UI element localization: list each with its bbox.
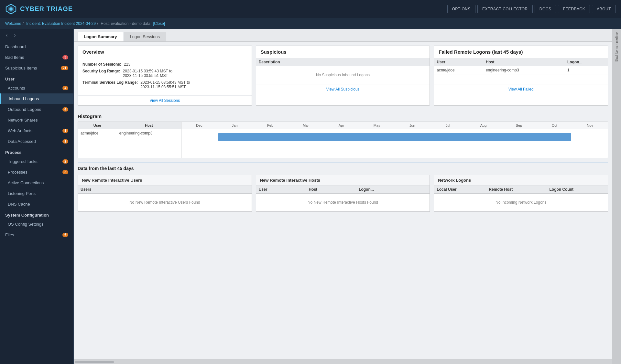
- scroll-thumb[interactable]: [75, 361, 114, 363]
- new-hosts-col-user: User: [256, 186, 306, 194]
- new-hosts-title: New Remote Interactive Hosts: [256, 175, 430, 186]
- failed-remote-table: User Host Logon... acme/jdoe engineering…: [434, 58, 608, 74]
- month-mar: Mar: [288, 122, 323, 129]
- sidebar-item-triggered-tasks[interactable]: Triggered Tasks 2: [0, 156, 73, 167]
- data45-section: Data from the last 45 days New Remote In…: [78, 163, 608, 212]
- right-panel-label[interactable]: Bad Items timeline: [613, 29, 620, 65]
- table-row: [78, 137, 181, 145]
- network-logons-card: Network Logons Local User Remote Host Lo…: [434, 175, 608, 212]
- docs-button[interactable]: DOCS: [535, 5, 556, 13]
- sidebar-item-dashboard[interactable]: Dashboard: [0, 41, 73, 52]
- sidebar-item-inbound-logons[interactable]: Inbound Logons: [0, 93, 73, 104]
- tab-logon-sessions[interactable]: Logon Sessions: [124, 32, 166, 41]
- sidebar-item-bad-items[interactable]: Bad Items 3: [0, 52, 73, 63]
- month-sep: Sep: [501, 122, 537, 129]
- failed-col-logon: Logon...: [565, 58, 608, 66]
- sidebar-item-suspicious-items[interactable]: Suspicious Items 21: [0, 63, 73, 73]
- sidebar-item-active-connections[interactable]: Active Connections: [0, 177, 73, 188]
- histogram-left-table: User Host acme/jdoe engineering-comp3: [78, 122, 181, 153]
- sidebar-system-config-section: System Configuration: [0, 209, 73, 219]
- data45-cards: New Remote Interactive Users Users No Ne…: [78, 175, 608, 212]
- histogram-container: User Host acme/jdoe engineering-comp3: [78, 122, 608, 158]
- breadcrumb-host: Host: evaluation - demo data: [101, 21, 150, 26]
- suspicious-items-badge: 21: [61, 66, 68, 70]
- view-all-sessions-link[interactable]: View All Sessions: [78, 95, 252, 105]
- table-row: [78, 145, 181, 153]
- suspicious-table: Description No Suspicious Inbound Logons: [256, 58, 430, 84]
- view-all-failed-link[interactable]: View All Failed: [434, 84, 608, 94]
- breadcrumb-close[interactable]: [Close]: [153, 21, 165, 26]
- nav-buttons: ‹ ›: [0, 29, 73, 41]
- options-button[interactable]: OPTIONS: [447, 5, 476, 13]
- data-accessed-badge: 1: [62, 139, 68, 144]
- hist-row-user: acme/jdoe: [78, 129, 117, 137]
- data45-title: Data from the last 45 days: [78, 163, 608, 172]
- hist-col-user: User: [78, 122, 117, 129]
- network-logons-table: Local User Remote Host Logon Count No In…: [434, 186, 608, 211]
- forward-button[interactable]: ›: [12, 32, 17, 39]
- sidebar-item-accounts[interactable]: Accounts 4: [0, 83, 73, 93]
- failed-row-logon: 1: [565, 66, 608, 74]
- feedback-button[interactable]: FEEDBACK: [558, 5, 590, 13]
- back-button[interactable]: ‹: [4, 32, 9, 39]
- month-apr: Apr: [323, 122, 359, 129]
- suspicious-no-data: No Suspicious Inbound Logons: [256, 66, 430, 84]
- security-log-row: Security Log Range: 2023-01-15 03:59:43 …: [82, 69, 247, 78]
- content-scroll: Overview Number of Sessions: 223 Securit…: [74, 42, 612, 359]
- table-row[interactable]: acme/jdoe engineering-comp3 1: [434, 66, 608, 74]
- sidebar: ‹ › Dashboard Bad Items 3 Suspicious Ite…: [0, 29, 74, 364]
- view-all-suspicious-link[interactable]: View All Suspicious: [256, 84, 430, 94]
- histogram-inner: User Host acme/jdoe engineering-comp3: [78, 122, 608, 158]
- breadcrumb: Welcome / Incident: Evaluation Incident …: [0, 18, 621, 29]
- main-layout: ‹ › Dashboard Bad Items 3 Suspicious Ite…: [0, 29, 621, 364]
- hist-col-host: Host: [117, 122, 181, 129]
- histogram-right: Dec Jan Feb Mar Apr May Jun Jul Aug Sep: [181, 122, 608, 158]
- netlogon-col-logon-count: Logon Count: [547, 186, 608, 194]
- failed-remote-table-wrap: User Host Logon... acme/jdoe engineering…: [434, 58, 608, 84]
- sidebar-user-section: User: [0, 73, 73, 83]
- tab-logon-summary[interactable]: Logon Summary: [78, 32, 123, 41]
- breadcrumb-welcome[interactable]: Welcome: [5, 21, 21, 26]
- content-area: Logon Summary Logon Sessions Overview Nu…: [74, 29, 612, 364]
- sidebar-item-dns-cache[interactable]: DNS Cache: [0, 199, 73, 209]
- sidebar-item-processes[interactable]: Processes 3: [0, 167, 73, 177]
- app-logo: CYBER TRIAGE: [5, 3, 447, 15]
- month-dec: Dec: [181, 122, 217, 129]
- suspicious-title: Suspicious: [256, 46, 430, 58]
- app-name: CYBER TRIAGE: [20, 5, 73, 13]
- processes-badge: 3: [62, 170, 68, 174]
- month-feb: Feb: [253, 122, 288, 129]
- sidebar-item-web-artifacts[interactable]: Web Artifacts 1: [0, 125, 73, 136]
- netlogon-col-local-user: Local User: [434, 186, 486, 194]
- suspicious-col-description: Description: [256, 58, 430, 66]
- topbar: CYBER TRIAGE OPTIONS EXTRACT COLLECTOR D…: [0, 0, 621, 18]
- svg-point-2: [9, 7, 13, 11]
- month-oct: Oct: [537, 122, 572, 129]
- sidebar-item-os-config[interactable]: OS Config Settings: [0, 219, 73, 230]
- about-button[interactable]: ABOUT: [592, 5, 616, 13]
- bottom-scrollbar[interactable]: [74, 359, 612, 364]
- failed-col-user: User: [434, 58, 483, 66]
- sidebar-item-files[interactable]: Files 6: [0, 230, 73, 240]
- month-jun: Jun: [395, 122, 430, 129]
- new-hosts-table: User Host Logon... No New Remote Interac…: [256, 186, 430, 211]
- new-users-col: Users: [78, 186, 252, 194]
- sidebar-item-network-shares[interactable]: Network Shares: [0, 115, 73, 125]
- sidebar-item-outbound-logons[interactable]: Outbound Logons 4: [0, 104, 73, 115]
- extract-collector-button[interactable]: EXTRACT COLLECTOR: [477, 5, 533, 13]
- netlogon-col-remote-host: Remote Host: [486, 186, 547, 194]
- table-row[interactable]: acme/jdoe engineering-comp3: [78, 129, 181, 137]
- sidebar-item-listening-ports[interactable]: Listening Ports: [0, 188, 73, 199]
- accounts-badge: 4: [62, 86, 68, 90]
- failed-row-user: acme/jdoe: [434, 66, 483, 74]
- breadcrumb-incident[interactable]: Incident: Evaluation Incident 2024-04-29: [26, 21, 96, 26]
- histogram-left: User Host acme/jdoe engineering-comp3: [78, 122, 181, 158]
- suspicious-card: Suspicious Description No Suspicious Inb…: [256, 46, 430, 106]
- new-hosts-col-host: Host: [306, 186, 356, 194]
- new-users-title: New Remote Interactive Users: [78, 175, 252, 186]
- histogram-title: Histogram: [78, 110, 608, 122]
- top-cards-row: Overview Number of Sessions: 223 Securit…: [78, 46, 608, 106]
- month-nov: Nov: [572, 122, 608, 129]
- failed-row-host: engineering-comp3: [483, 66, 565, 74]
- sidebar-item-data-accessed[interactable]: Data Accessed 1: [0, 136, 73, 147]
